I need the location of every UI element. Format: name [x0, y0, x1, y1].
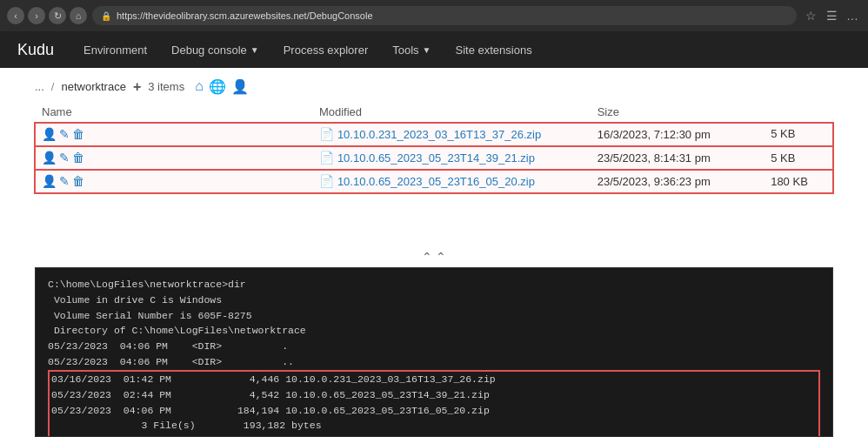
more-button[interactable]: …	[844, 7, 861, 24]
terminal-line: 03/16/2023 01:42 PM 4,446 10.10.0.231_20…	[48, 370, 820, 387]
user-action-icon[interactable]: 👤	[42, 151, 57, 165]
table-row: 👤 ✎ 🗑 📄 10.10.0.65_2023_05_23T14_39_21.z…	[35, 146, 833, 170]
home-button[interactable]: ⌂	[70, 7, 87, 24]
file-modified: 16/3/2023, 7:12:30 pm	[591, 123, 764, 146]
browser-chrome: ‹ › ↻ ⌂ 🔒 https://thevideolibrary.scm.az…	[0, 0, 868, 31]
terminal-line: Volume Serial Number is 605F-8275	[48, 308, 820, 324]
lock-icon: 🔒	[101, 11, 111, 21]
file-size: 5 KB	[764, 123, 833, 146]
kudu-brand: Kudu	[17, 41, 54, 59]
terminal-section: ⌃ ⌃ C:\home\LogFiles\networktrace>dir Vo…	[35, 246, 833, 437]
terminal-line: 2 Dir(s) 53,633,404,928 bytes free	[48, 434, 820, 437]
terminal-line: 05/23/2023 04:06 PM <DIR> .	[48, 339, 820, 354]
terminal-line: 3 File(s) 193,182 bytes	[48, 418, 820, 434]
row-actions: 👤 ✎ 🗑	[42, 174, 312, 188]
terminal-line: Directory of C:\home\LogFiles\networktra…	[48, 323, 820, 339]
file-size: 5 KB	[764, 146, 833, 170]
terminal-line: 05/23/2023 04:06 PM <DIR> ..	[48, 354, 820, 370]
back-button[interactable]: ‹	[7, 7, 24, 24]
terminal-line: Volume in drive C is Windows	[48, 292, 820, 308]
file-size: 180 KB	[764, 170, 833, 193]
file-table: Name Modified Size 👤 ✎ 🗑 📄 10.10.0.231_2…	[35, 102, 833, 193]
reload-button[interactable]: ↻	[49, 7, 66, 24]
edit-action-icon[interactable]: ✎	[59, 174, 70, 188]
file-icon: 📄	[319, 151, 334, 165]
star-button[interactable]: ☆	[802, 7, 819, 24]
row-actions: 👤 ✎ 🗑	[42, 127, 312, 141]
terminal-line: 05/23/2023 04:06 PM 184,194 10.10.0.65_2…	[48, 403, 820, 419]
nav-process-explorer[interactable]: Process explorer	[271, 33, 381, 67]
file-name-cell: 📄 10.10.0.231_2023_03_16T13_37_26.zip	[319, 127, 584, 141]
file-explorer: ... / networktrace + 3 items ⌂ 🌐 👤 Name …	[0, 68, 868, 246]
file-name-cell: 📄 10.10.0.65_2023_05_23T14_39_21.zip	[319, 151, 584, 165]
row-actions: 👤 ✎ 🗑	[42, 151, 312, 165]
nav-environment[interactable]: Environment	[71, 33, 159, 67]
browser-controls: ‹ › ↻ ⌂	[7, 7, 87, 24]
add-item-button[interactable]: +	[133, 79, 141, 95]
file-link[interactable]: 10.10.0.65_2023_05_23T16_05_20.zip	[337, 175, 535, 188]
user-action-icon[interactable]: 👤	[42, 127, 57, 141]
delete-action-icon[interactable]: 🗑	[72, 151, 84, 165]
col-header-size: Size	[591, 102, 764, 123]
forward-button[interactable]: ›	[28, 7, 45, 24]
file-modified: 23/5/2023, 9:36:23 pm	[591, 170, 764, 193]
edit-action-icon[interactable]: ✎	[59, 127, 70, 141]
file-icon: 📄	[319, 127, 334, 141]
tools-dropdown-arrow: ▼	[423, 45, 431, 55]
file-modified: 23/5/2023, 8:14:31 pm	[591, 146, 764, 170]
kudu-navbar: Kudu Environment Debug console ▼ Process…	[0, 31, 868, 68]
file-name-cell: 📄 10.10.0.65_2023_05_23T16_05_20.zip	[319, 174, 584, 188]
globe-icon[interactable]: 🌐	[209, 78, 226, 95]
breadcrumb-bar: ... / networktrace + 3 items ⌂ 🌐 👤	[35, 78, 833, 95]
file-link[interactable]: 10.10.0.231_2023_03_16T13_37_26.zip	[337, 128, 541, 141]
user-action-icon[interactable]: 👤	[42, 174, 57, 188]
item-count: 3 items	[148, 80, 184, 93]
file-icon: 📄	[319, 174, 334, 188]
delete-action-icon[interactable]: 🗑	[72, 174, 84, 188]
table-row: 👤 ✎ 🗑 📄 10.10.0.65_2023_05_23T16_05_20.z…	[35, 170, 833, 193]
col-header-modified: Modified	[312, 102, 591, 123]
nav-debug-console[interactable]: Debug console ▼	[159, 33, 271, 67]
breadcrumb-ellipsis: ...	[35, 80, 44, 93]
debug-console-dropdown-arrow: ▼	[250, 45, 259, 55]
col-header-name: Name	[35, 102, 312, 123]
main-content: ... / networktrace + 3 items ⌂ 🌐 👤 Name …	[0, 68, 868, 437]
terminal-line: C:\home\LogFiles\networktrace>dir	[48, 277, 820, 292]
breadcrumb-current-folder: networktrace	[61, 80, 125, 93]
nav-site-extensions[interactable]: Site extensions	[443, 33, 544, 67]
file-link[interactable]: 10.10.0.65_2023_05_23T14_39_21.zip	[337, 151, 535, 165]
user-icon[interactable]: 👤	[231, 78, 249, 95]
home-icon[interactable]: ⌂	[195, 78, 204, 95]
url-text: https://thevideolibrary.scm.azurewebsite…	[117, 10, 373, 21]
terminal-window[interactable]: C:\home\LogFiles\networktrace>dir Volume…	[35, 267, 833, 437]
breadcrumb-icons: ⌂ 🌐 👤	[195, 78, 249, 95]
nav-tools[interactable]: Tools ▼	[380, 33, 443, 67]
table-header-row: Name Modified Size	[35, 102, 833, 123]
browser-actions: ☆ ☰ …	[802, 7, 861, 24]
terminal-line: 05/23/2023 02:44 PM 4,542 10.10.0.65_202…	[48, 387, 820, 403]
delete-action-icon[interactable]: 🗑	[72, 127, 84, 141]
collapse-arrows[interactable]: ⌃ ⌃	[35, 246, 833, 267]
table-row: 👤 ✎ 🗑 📄 10.10.0.231_2023_03_16T13_37_26.…	[35, 123, 833, 146]
hub-button[interactable]: ☰	[823, 7, 840, 24]
breadcrumb-separator: /	[51, 80, 55, 93]
edit-action-icon[interactable]: ✎	[59, 151, 70, 165]
address-bar[interactable]: 🔒 https://thevideolibrary.scm.azurewebsi…	[92, 6, 797, 25]
